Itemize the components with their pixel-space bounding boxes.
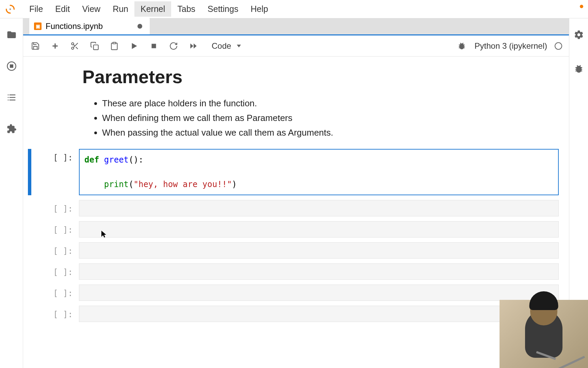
code-cell[interactable]: [ ]:	[28, 263, 559, 280]
menu-run[interactable]: Run	[107, 1, 134, 17]
jupyter-logo-icon	[4, 3, 16, 15]
menu-kernel[interactable]: Kernel	[134, 1, 171, 17]
svg-rect-10	[94, 45, 98, 49]
toc-icon[interactable]	[5, 91, 18, 104]
restart-button[interactable]	[168, 41, 179, 51]
code-cell[interactable]: [ ]:	[28, 200, 559, 216]
svg-marker-14	[190, 43, 193, 48]
svg-line-9	[74, 44, 75, 46]
code-cell[interactable]: [ ]:	[28, 242, 559, 259]
save-button[interactable]	[30, 41, 41, 51]
menu-settings[interactable]: Settings	[201, 1, 244, 17]
markdown-bullet: These are place holders in the function.	[102, 97, 559, 110]
left-sidebar	[0, 18, 23, 368]
code-input[interactable]: def greet(): print("hey, how are you!!")	[79, 149, 559, 195]
cell-prompt: [ ]:	[28, 221, 79, 237]
svg-line-8	[76, 47, 78, 49]
extensions-icon[interactable]	[5, 123, 18, 135]
svg-rect-13	[152, 44, 156, 48]
svg-marker-15	[194, 43, 197, 48]
content-column: ▣ Functions.ipynb	[23, 18, 569, 368]
svg-point-0	[10, 8, 11, 10]
code-cell[interactable]: [ ]:	[28, 285, 559, 301]
menu-help[interactable]: Help	[244, 1, 274, 17]
menu-edit[interactable]: Edit	[49, 1, 76, 17]
code-cell[interactable]: [ ]:def greet(): print("hey, how are you…	[28, 149, 559, 195]
microphone-arm	[556, 356, 585, 368]
debugger-icon[interactable]	[456, 41, 467, 51]
debugger-panel-icon[interactable]	[573, 63, 585, 75]
notebook-toolbar: Code Python 3 (ipykernel)	[23, 35, 569, 57]
notebook-icon: ▣	[34, 22, 42, 30]
kernel-name[interactable]: Python 3 (ipykernel)	[475, 41, 547, 51]
running-terminals-icon[interactable]	[5, 60, 18, 72]
presenter-silhouette	[525, 310, 562, 358]
cell-prompt: [ ]:	[28, 200, 79, 216]
menu-file[interactable]: File	[23, 1, 49, 17]
notebook-panel: Parameters These are place holders in th…	[23, 57, 569, 368]
run-button[interactable]	[129, 41, 140, 51]
svg-rect-2	[10, 65, 13, 67]
notebook-tab[interactable]: ▣ Functions.ipynb	[29, 18, 150, 35]
copy-button[interactable]	[89, 41, 100, 51]
menu-view[interactable]: View	[76, 1, 107, 17]
code-input[interactable]	[79, 285, 559, 301]
folder-icon[interactable]	[5, 29, 18, 41]
cell-prompt: [ ]:	[28, 149, 79, 195]
cell-prompt: [ ]:	[28, 242, 79, 259]
markdown-title: Parameters	[82, 66, 559, 87]
status-dot-icon	[580, 5, 583, 8]
svg-point-5	[71, 43, 74, 45]
webcam-overlay	[500, 300, 588, 368]
markdown-list: These are place holders in the function.…	[82, 97, 559, 139]
add-cell-button[interactable]	[50, 41, 61, 51]
code-cell[interactable]: [ ]:	[28, 221, 559, 237]
menu-tabs[interactable]: Tabs	[171, 1, 201, 17]
code-input[interactable]	[79, 306, 559, 322]
cell-type-select[interactable]: Code	[208, 39, 244, 52]
stop-button[interactable]	[148, 41, 159, 51]
unsaved-dot-icon	[137, 24, 142, 29]
code-input[interactable]	[79, 263, 559, 280]
menubar: FileEditViewRunKernelTabsSettingsHelp	[0, 0, 588, 18]
svg-rect-11	[113, 42, 116, 44]
markdown-bullet: When defining them we call them as Param…	[102, 111, 559, 125]
markdown-bullet: When passing the actual value we call th…	[102, 126, 559, 139]
markdown-cell[interactable]: Parameters These are place holders in th…	[28, 66, 559, 139]
paste-button[interactable]	[109, 41, 120, 51]
code-input[interactable]	[79, 242, 559, 259]
svg-point-6	[71, 47, 74, 49]
cell-prompt: [ ]:	[28, 285, 79, 301]
code-input[interactable]	[79, 221, 559, 237]
tab-bar: ▣ Functions.ipynb	[23, 18, 569, 35]
kernel-status-icon[interactable]	[555, 42, 562, 50]
tab-filename: Functions.ipynb	[46, 21, 103, 31]
cell-type-select-wrap: Code	[208, 39, 244, 52]
cell-prompt: [ ]:	[28, 263, 79, 280]
cut-button[interactable]	[69, 41, 80, 51]
restart-run-all-button[interactable]	[188, 41, 199, 51]
svg-marker-12	[132, 43, 137, 49]
cell-prompt: [ ]:	[28, 306, 79, 322]
code-input[interactable]	[79, 200, 559, 216]
code-cell[interactable]: [ ]:	[28, 306, 559, 322]
property-inspector-icon[interactable]	[573, 29, 585, 41]
